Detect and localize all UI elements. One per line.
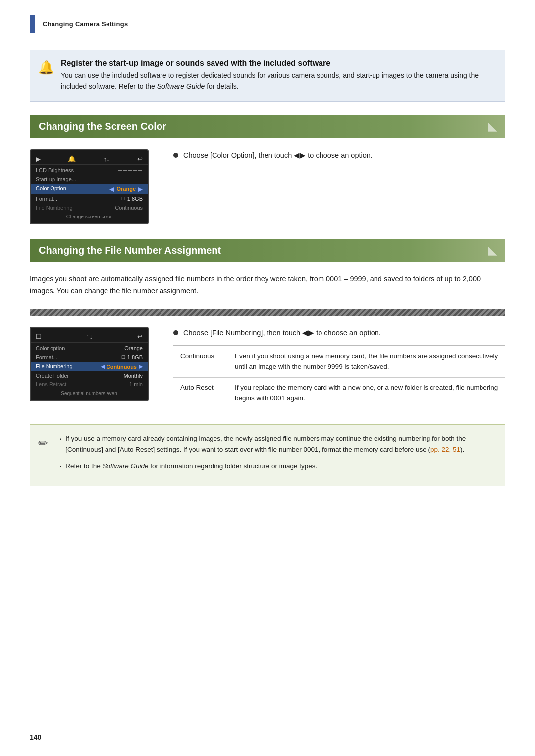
cs2-icon-square: ☐ (36, 333, 42, 340)
cs2-row-lens: Lens Retract 1 min (31, 380, 148, 389)
tip-box-content: Register the start-up image or sounds sa… (61, 59, 493, 92)
cs1-row-brightness: LCD Brightness ▬▬▬▬▬ (31, 166, 148, 175)
section2-instruction: Choose [File Numbering], then touch ◀▶ t… (183, 327, 381, 339)
cs2-icon-wrench: ↑↓ (86, 333, 93, 340)
cs2-toolbar: ☐ ↑↓ ↩ (31, 331, 148, 343)
cs1-row-color: Color Option ◀ Orange ▶ (31, 184, 148, 194)
cs1-row-filenumber: File Numbering Continuous (31, 203, 148, 212)
cs2-arrow-right: ▶ (139, 363, 143, 370)
section1-icon: ◣ (488, 120, 496, 133)
option-desc-continuous: Even if you shoot using a new memory car… (228, 345, 505, 377)
option-name-autoreset: Auto Reset (173, 377, 228, 409)
section2-title: Changing the File Number Assignment (39, 245, 221, 256)
camera-screen-2: ☐ ↑↓ ↩ Color option Orange Format... ☐1.… (30, 327, 149, 401)
tip-box-title: Register the start-up image or sounds sa… (61, 59, 493, 68)
option-name-continuous: Continuous (173, 345, 228, 377)
section2-content: ☐ ↑↓ ↩ Color option Orange Format... ☐1.… (30, 327, 505, 409)
cs2-row-format: Format... ☐1.8GB (31, 353, 148, 362)
section2-icon: ◣ (488, 244, 496, 257)
cs1-arrow-left: ◀ (109, 185, 114, 193)
cs2-arrow-left: ◀ (101, 363, 105, 370)
cs1-icon-wrench: ↑↓ (104, 155, 110, 162)
note-text-2: Refer to the Software Guide for informat… (65, 461, 317, 472)
pencil-icon: ✏ (38, 433, 48, 453)
section1-header: Changing the Screen Color ◣ (30, 115, 505, 138)
cs2-row-color: Color option Orange (31, 344, 148, 353)
section1-title: Changing the Screen Color (39, 121, 166, 132)
section1-content: ▶ 🔔 ↑↓ ↩ LCD Brightness ▬▬▬▬▬ Start-up I… (30, 149, 505, 224)
camera-screen-1: ▶ 🔔 ↑↓ ↩ LCD Brightness ▬▬▬▬▬ Start-up I… (30, 149, 149, 224)
cs1-arrow-right: ▶ (138, 185, 143, 193)
cs1-toolbar: ▶ 🔔 ↑↓ ↩ (31, 153, 148, 165)
cs2-row-folder: Create Folder Monthly (31, 371, 148, 380)
section1-camera-col: ▶ 🔔 ↑↓ ↩ LCD Brightness ▬▬▬▬▬ Start-up I… (30, 149, 159, 224)
stripe-divider (30, 309, 505, 316)
note-bullet-2: • Refer to the Software Guide for inform… (60, 461, 495, 472)
software-guide-italic-2: Software Guide (102, 462, 148, 470)
section2-options-col: Choose [File Numbering], then touch ◀▶ t… (173, 327, 505, 409)
cs2-icon-back: ↩ (137, 333, 143, 340)
cs1-icon-play: ▶ (36, 155, 41, 162)
section1-instruction-col: Choose [Color Option], then touch ◀▶ to … (173, 149, 505, 162)
bullet-dot-2: • (60, 463, 61, 471)
option-desc-autoreset: If you replace the memory card with a ne… (228, 377, 505, 409)
section2-intro: Images you shoot are automatically assig… (30, 273, 505, 297)
section2-header: Changing the File Number Assignment ◣ (30, 239, 505, 262)
bullet-circle-2 (173, 330, 178, 335)
note-box: ✏ • If you use a memory card already con… (30, 424, 505, 486)
bullet-dot-1: • (60, 436, 61, 443)
top-bar: Changing Camera Settings (30, 15, 505, 36)
top-bar-accent (30, 15, 35, 33)
cs1-row-startup: Start-up Image... (31, 175, 148, 184)
page-number: 140 (30, 733, 41, 741)
option-row-autoreset: Auto Reset If you replace the memory car… (173, 377, 505, 409)
option-row-continuous: Continuous Even if you shoot using a new… (173, 345, 505, 377)
link-pp22-51[interactable]: pp. 22, 51 (430, 446, 460, 453)
software-guide-italic: Software Guide (157, 82, 205, 90)
tip-box: 🔔 Register the start-up image or sounds … (30, 50, 505, 102)
tip-box-body: You can use the included software to reg… (61, 70, 493, 92)
bullet-circle-1 (173, 153, 178, 158)
page-container: Changing Camera Settings 🔔 Register the … (0, 0, 535, 756)
cs1-row-format: Format... ☐1.8GB (31, 194, 148, 203)
options-table: Continuous Even if you shoot using a new… (173, 345, 505, 409)
cs1-caption: Change screen color (31, 214, 148, 219)
note-bullet-1: • If you use a memory card already conta… (60, 433, 495, 456)
cs2-row-filenumber: File Numbering ◀ Continuous ▶ (31, 362, 148, 371)
section2-camera-col: ☐ ↑↓ ↩ Color option Orange Format... ☐1.… (30, 327, 159, 401)
bell-icon: 🔔 (38, 60, 54, 75)
note-box-content: • If you use a memory card already conta… (60, 433, 495, 472)
section1-instruction: Choose [Color Option], then touch ◀▶ to … (183, 149, 373, 162)
cs1-icon-back: ↩ (137, 155, 143, 162)
cs1-icon-bell: 🔔 (68, 155, 76, 162)
note-text-1: If you use a memory card already contain… (65, 433, 495, 456)
cs2-caption: Sequential numbers even (31, 391, 148, 396)
top-bar-title: Changing Camera Settings (43, 20, 128, 28)
